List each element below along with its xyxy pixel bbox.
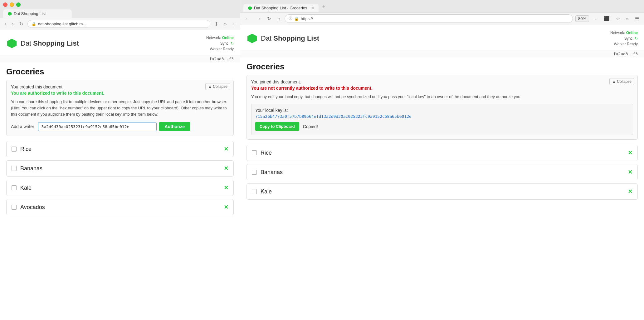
writer-key-input[interactable] bbox=[38, 122, 157, 131]
shopping-list-left: Rice ✕ Bananas ✕ Kale ✕ bbox=[0, 141, 240, 215]
item-checkbox-avocados-left[interactable] bbox=[12, 205, 17, 210]
app-logo-right: Dat Shopping List bbox=[246, 33, 319, 44]
item-delete-bananas-right[interactable]: ✕ bbox=[628, 169, 632, 176]
item-delete-kale-right[interactable]: ✕ bbox=[628, 188, 632, 195]
status-info-right: Network: Online Sync: ↻ Worker Ready bbox=[610, 30, 638, 47]
item-checkbox-kale-left[interactable] bbox=[12, 185, 17, 190]
item-checkbox-rice-left[interactable] bbox=[12, 147, 17, 152]
item-delete-rice-right[interactable]: ✕ bbox=[628, 149, 632, 156]
hash-display-left[interactable]: fa2ad3..f3 bbox=[0, 55, 240, 62]
browser-window-right: Dat Shopping List - Groceries ✕ + ← → ↻ … bbox=[240, 0, 644, 320]
list-item: Kale ✕ bbox=[246, 183, 638, 200]
pocket-button-right[interactable]: ⬛ bbox=[602, 15, 612, 22]
address-bar-left[interactable]: 🔒 dat-shopping-list.glitch.m... bbox=[27, 20, 210, 28]
svg-marker-3 bbox=[247, 34, 257, 43]
zoom-level[interactable]: 80% bbox=[575, 15, 589, 22]
list-item: Avocados ✕ bbox=[6, 199, 234, 215]
item-checkbox-rice-right[interactable] bbox=[252, 150, 257, 155]
status-info-left: Network: Online Sync: ↻ Worker Ready bbox=[206, 35, 234, 52]
app-title-prefix-right: Dat bbox=[261, 34, 273, 42]
app-content-left: Dat Shopping List Network: Online Sync: … bbox=[0, 30, 240, 320]
page-title-left: Groceries bbox=[0, 62, 240, 80]
local-key-label: Your local key is: bbox=[255, 108, 629, 113]
overflow-button-right[interactable]: » bbox=[624, 15, 631, 22]
close-window-button[interactable] bbox=[3, 2, 7, 7]
app-logo-left: Dat Shopping List bbox=[6, 38, 79, 49]
home-button-right[interactable]: ⌂ bbox=[276, 15, 282, 22]
tab-favicon-icon bbox=[7, 12, 12, 16]
page-title-right: Groceries bbox=[240, 58, 644, 75]
tab-favicon-icon-right bbox=[248, 6, 252, 10]
tab-dat-shopping-list[interactable]: Dat Shopping List bbox=[3, 9, 72, 18]
network-status-left: Network: Online bbox=[206, 35, 234, 41]
hash-display-right[interactable]: fa2ad3..f3 bbox=[240, 50, 644, 58]
reload-button[interactable]: ↻ bbox=[18, 20, 25, 28]
back-button-right[interactable]: ← bbox=[243, 15, 252, 22]
app-title-main-right: Shopping List bbox=[273, 34, 319, 42]
back-button[interactable]: ‹ bbox=[3, 21, 8, 28]
bookmark-button-right[interactable]: ☆ bbox=[614, 15, 622, 22]
forward-button[interactable]: › bbox=[10, 21, 15, 28]
tab-label-right: Dat Shopping List - Groceries bbox=[254, 6, 307, 10]
app-header-right: Dat Shopping List Network: Online Sync: … bbox=[240, 25, 644, 50]
list-item: Kale ✕ bbox=[6, 180, 234, 196]
item-name-kale-left: Kale bbox=[20, 185, 32, 191]
more-menu-button-right[interactable]: ··· bbox=[592, 15, 599, 22]
info-panel-left: ▲ Collapse You created this document. Yo… bbox=[6, 80, 234, 136]
app-title-main-left: Shopping List bbox=[33, 39, 79, 47]
maximize-window-button[interactable] bbox=[16, 2, 21, 7]
tab-label: Dat Shopping List bbox=[14, 11, 46, 16]
svg-marker-0 bbox=[8, 12, 12, 16]
item-delete-bananas-left[interactable]: ✕ bbox=[224, 165, 228, 172]
new-tab-button-right[interactable]: + bbox=[319, 2, 329, 12]
sync-status-left: Sync: ↻ bbox=[206, 41, 234, 46]
nav-bar-right: ← → ↻ ⌂ ⓘ 🔒 https:// 80% ··· ⬛ ☆ » ☰ bbox=[240, 12, 644, 25]
collapse-button-right[interactable]: ▲ Collapse bbox=[609, 78, 634, 85]
authorize-button[interactable]: Authorize bbox=[159, 122, 191, 131]
network-status-right: Network: Online bbox=[610, 30, 638, 36]
more-tabs-button[interactable]: » bbox=[222, 21, 228, 28]
address-bar-right[interactable]: ⓘ 🔒 https:// bbox=[285, 14, 573, 23]
not-auth-text-right: You are not currently authorized to writ… bbox=[251, 86, 633, 91]
clipboard-row: Copy to Clipboard Copied! bbox=[255, 122, 629, 131]
minimize-window-button[interactable] bbox=[10, 2, 14, 7]
item-name-rice-left: Rice bbox=[20, 146, 32, 152]
item-delete-kale-left[interactable]: ✕ bbox=[224, 184, 228, 191]
item-name-avocados-left: Avocados bbox=[20, 204, 45, 211]
url-text-right: https:// bbox=[301, 16, 313, 21]
browser-window-left: Dat Shopping List ‹ › ↻ 🔒 dat-shopping-l… bbox=[0, 0, 240, 320]
list-item: Bananas ✕ bbox=[6, 160, 234, 177]
traffic-lights bbox=[3, 2, 237, 7]
item-checkbox-bananas-left[interactable] bbox=[12, 166, 17, 171]
tab-dat-shopping-list-right[interactable]: Dat Shopping List - Groceries ✕ bbox=[243, 4, 319, 12]
info-icon: ⓘ bbox=[289, 16, 292, 21]
lock-icon: 🔒 bbox=[32, 22, 36, 26]
local-key-value: 715a26b4773a0f57b7b89564efd13a2d9d30ac02… bbox=[255, 114, 629, 119]
item-delete-rice-left[interactable]: ✕ bbox=[224, 146, 228, 152]
created-text-left: You created this document. bbox=[11, 84, 229, 89]
item-checkbox-bananas-right[interactable] bbox=[252, 170, 257, 175]
reload-button-right[interactable]: ↻ bbox=[265, 15, 273, 22]
app-title-left: Dat Shopping List bbox=[21, 39, 79, 48]
auth-text-left: You are authorized to write to this docu… bbox=[11, 91, 229, 96]
tab-close-button[interactable]: ✕ bbox=[311, 6, 314, 10]
forward-button-right[interactable]: → bbox=[254, 15, 263, 22]
app-header-left: Dat Shopping List Network: Online Sync: … bbox=[0, 30, 240, 55]
copy-to-clipboard-button[interactable]: Copy to Clipboard bbox=[255, 122, 299, 131]
item-delete-avocados-left[interactable]: ✕ bbox=[224, 204, 228, 211]
svg-marker-1 bbox=[7, 39, 17, 48]
hamburger-button-right[interactable]: ☰ bbox=[633, 15, 641, 22]
new-tab-button[interactable]: + bbox=[231, 21, 237, 28]
collapse-button-left[interactable]: ▲ Collapse bbox=[205, 83, 230, 90]
app-content-right: Dat Shopping List Network: Online Sync: … bbox=[240, 25, 644, 320]
nav-bar-left: ‹ › ↻ 🔒 dat-shopping-list.glitch.m... ⬆ … bbox=[0, 18, 240, 30]
item-checkbox-kale-right[interactable] bbox=[252, 189, 257, 194]
share-button[interactable]: ⬆ bbox=[213, 20, 220, 28]
worker-status-left: Worker Ready bbox=[206, 46, 234, 52]
item-name-rice-right: Rice bbox=[261, 150, 272, 156]
info-panel-right: ▲ Collapse You joined this document. You… bbox=[246, 75, 638, 140]
add-writer-label: Add a writer: bbox=[11, 124, 36, 129]
local-key-box: Your local key is: 715a26b4773a0f57b7b89… bbox=[251, 104, 633, 135]
item-name-bananas-left: Bananas bbox=[20, 165, 42, 172]
item-name-bananas-right: Bananas bbox=[261, 169, 283, 176]
